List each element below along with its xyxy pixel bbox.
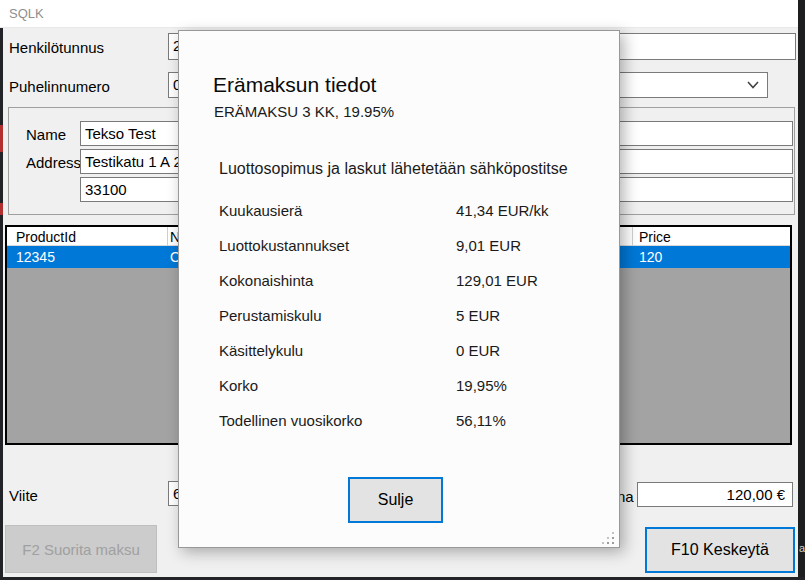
grid-column-divider [632,227,633,246]
background-red-fragment [0,125,3,152]
puhelinnumero-label: Puhelinnumero [9,78,110,95]
screen-right-edge [798,0,805,580]
row-label-kasittelykulu: Käsittelykulu [219,342,303,359]
row-label-luottokustannukset: Luottokustannukset [219,237,349,254]
row-value-luottokustannukset: 9,01 EUR [456,237,521,254]
row-label-kokonaishinta: Kokonaishinta [219,272,313,289]
name-label: Name [26,126,66,143]
dialog-title: Erämaksun tiedot [213,73,376,97]
f10-keskeyta-button[interactable]: F10 Keskeytä [645,527,795,573]
row-value-todellinen-vuosikorko: 56,11% [456,412,506,429]
row-label-korko: Korko [219,377,258,394]
dialog-subtitle: ERÄMAKSU 3 KK, 19.95% [214,103,394,120]
chevron-down-icon [747,81,759,89]
row-label-perustamiskulu: Perustamiskulu [219,307,322,324]
viite-label: Viite [9,487,38,504]
row-label-kuukausiera: Kuukausierä [219,202,302,219]
window-titlebar[interactable]: SQLK [0,0,798,28]
cell-productid: 12345 [16,249,55,265]
screen-left-edge [0,0,3,580]
row-value-korko: 19,95% [456,377,507,394]
henkilotunnus-label: Henkilötunnus [9,39,104,56]
row-label-todellinen-vuosikorko: Todellinen vuosikorko [219,412,362,429]
window-title: SQLK [9,6,44,21]
grid-column-divider [167,227,168,246]
address-label: Address [26,154,81,171]
background-red-fragment [0,203,3,215]
resize-grip-icon[interactable] [602,532,604,534]
cell-price: 120 [639,249,662,265]
grid-header-price[interactable]: Price [639,229,671,245]
f2-suorita-maksu-button[interactable]: F2 Suorita maksu [5,525,157,573]
sulje-close-button[interactable]: Sulje [348,477,443,523]
row-value-perustamiskulu: 5 EUR [456,307,500,324]
installment-details-dialog: Erämaksun tiedot ERÄMAKSU 3 KK, 19.95% L… [178,30,620,548]
row-value-kasittelykulu: 0 EUR [456,342,500,359]
dialog-note: Luottosopimus ja laskut lähetetään sähkö… [219,160,568,178]
grid-header-productid[interactable]: ProductId [16,229,76,245]
row-value-kokonaishinta: 129,01 EUR [456,272,538,289]
background-text-fragment: a [799,542,805,554]
summa-input[interactable]: 120,00 € [637,482,793,507]
row-value-kuukausiera: 41,34 EUR/kk [456,202,549,219]
